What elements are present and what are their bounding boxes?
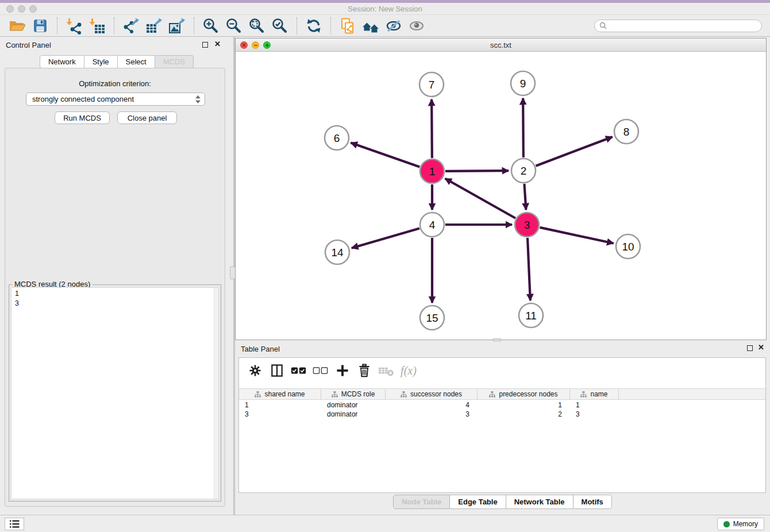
control-panel-tabs: NetworkStyleSelectMCDS — [0, 55, 233, 68]
graph-edge-1-7[interactable] — [432, 99, 432, 158]
graph-node-label-8: 8 — [623, 126, 630, 138]
list-icon — [10, 520, 20, 528]
tab-select[interactable]: Select — [118, 55, 155, 68]
column-header-predecessor-nodes[interactable]: predecessor nodes — [478, 389, 570, 399]
graph-edge-1-6[interactable] — [351, 143, 420, 167]
network-canvas-svg[interactable]: 1234678910111415 — [236, 52, 766, 340]
search-field[interactable] — [594, 20, 762, 32]
result-line: 1 — [15, 289, 215, 299]
hide-selected-icon[interactable] — [384, 17, 403, 35]
table-toolbar: f(x) — [239, 358, 765, 383]
mcds-result-group: MCDS result (2 nodes) 13 — [9, 284, 221, 502]
task-history-button[interactable] — [5, 518, 24, 530]
column-header-shared-name[interactable]: shared name — [239, 389, 321, 399]
table-panel-header: Table Panel ✕ — [235, 344, 770, 355]
table-row[interactable]: 1dominator411 — [239, 400, 765, 410]
search-input[interactable] — [610, 22, 757, 30]
run-mcds-button[interactable]: Run MCDS — [55, 111, 110, 124]
export-network-icon[interactable] — [121, 17, 141, 35]
criterion-dropdown[interactable]: strongly connected component — [26, 92, 205, 106]
graph-edge-3-1[interactable] — [445, 179, 515, 218]
table-panel-close-icon[interactable]: ✕ — [758, 343, 764, 352]
table-cell[interactable]: dominator — [321, 400, 386, 410]
zoom-fit-icon[interactable] — [247, 17, 267, 35]
column-header-label: shared name — [264, 390, 305, 398]
settings-gear-icon[interactable] — [246, 362, 264, 379]
tab-motifs[interactable]: Motifs — [573, 495, 612, 509]
table-cell[interactable]: 3 — [239, 410, 321, 419]
graph-edge-4-14[interactable] — [352, 228, 419, 248]
table-cell[interactable]: 4 — [386, 400, 478, 410]
deselect-all-icon[interactable] — [311, 362, 330, 379]
mcds-panel: Optimization criterion: strongly connect… — [5, 68, 225, 507]
import-network-icon[interactable] — [64, 17, 84, 35]
show-all-icon[interactable] — [407, 17, 426, 35]
network-window-titlebar[interactable]: scc.txt — [236, 38, 766, 52]
graph-edge-3-10[interactable] — [540, 228, 613, 244]
graph-node-label-2: 2 — [521, 165, 527, 177]
column-header-label: name — [590, 390, 607, 398]
memory-button[interactable]: Memory — [717, 518, 764, 530]
zoom-out-icon[interactable] — [224, 17, 244, 35]
select-all-icon[interactable] — [290, 362, 308, 379]
table-cell[interactable]: 1 — [239, 400, 321, 410]
attribute-tree-icon — [401, 391, 407, 398]
tab-style[interactable]: Style — [84, 55, 118, 68]
export-image-icon[interactable] — [167, 17, 187, 35]
import-table-icon[interactable] — [87, 17, 107, 35]
tab-mcds[interactable]: MCDS — [155, 55, 194, 68]
delete-row-icon[interactable] — [355, 362, 374, 379]
graph-edge-1-2[interactable] — [445, 171, 509, 171]
column-header-successor-nodes[interactable]: successor nodes — [386, 389, 478, 399]
graph-edge-3-11[interactable] — [528, 238, 530, 300]
column-header-mcds-role[interactable]: MCDS role — [321, 389, 386, 399]
tab-edge-table[interactable]: Edge Table — [450, 495, 506, 509]
control-panel-close-icon[interactable]: ✕ — [214, 40, 221, 48]
graph-node-label-9: 9 — [520, 78, 526, 90]
memory-label: Memory — [733, 520, 758, 528]
add-row-icon[interactable] — [333, 362, 352, 379]
control-panel-title: Control Panel — [6, 41, 51, 49]
column-header-label: MCDS role — [341, 390, 375, 398]
table-browser-tabs: Node TableEdge TableNetwork TableMotifs — [235, 495, 770, 509]
table-row[interactable]: 3dominator323 — [239, 410, 765, 419]
tab-node-table[interactable]: Node Table — [393, 495, 450, 509]
refresh-icon[interactable] — [304, 17, 324, 35]
horizontal-splitter-grip[interactable] — [493, 338, 501, 341]
export-table-icon[interactable] — [144, 17, 164, 35]
app-title: Session: New Session — [0, 5, 770, 13]
toolbar-separator — [297, 17, 297, 34]
table-cell[interactable]: 3 — [386, 410, 478, 419]
tab-network[interactable]: Network — [40, 55, 84, 68]
apply-layout-icon[interactable] — [361, 17, 380, 35]
attribute-tree-icon — [332, 391, 338, 398]
column-header-name[interactable]: name — [570, 389, 619, 399]
table-cell[interactable]: 1 — [570, 400, 619, 410]
table-cell[interactable]: 1 — [478, 400, 570, 410]
table-column-headers: shared nameMCDS rolesuccessor nodesprede… — [239, 388, 765, 400]
table-cell[interactable]: 3 — [570, 410, 619, 419]
zoom-in-icon[interactable] — [201, 17, 221, 35]
column-header-label: successor nodes — [410, 390, 462, 398]
attribute-tree-icon — [580, 391, 587, 398]
save-session-icon[interactable] — [30, 17, 50, 35]
result-line: 3 — [15, 299, 215, 309]
show-column-icon[interactable] — [268, 362, 286, 379]
new-network-from-selection-icon[interactable] — [338, 17, 357, 35]
mcds-result-lines: 13 — [15, 289, 215, 309]
table-cell[interactable]: 2 — [478, 410, 570, 419]
result-scrollbar[interactable] — [214, 288, 218, 499]
mcds-result-list[interactable]: 13 — [11, 287, 219, 499]
main-toolbar — [0, 15, 770, 37]
control-panel-header: Control Panel ✕ — [0, 40, 233, 51]
graph-edge-2-8[interactable] — [536, 137, 613, 166]
open-file-icon[interactable] — [7, 17, 27, 35]
zoom-selected-icon[interactable] — [270, 17, 290, 35]
graph-edge-2-9[interactable] — [523, 98, 523, 157]
tab-network-table[interactable]: Network Table — [506, 495, 573, 509]
table-panel-float-icon[interactable] — [747, 345, 753, 351]
control-panel-float-icon[interactable] — [202, 42, 208, 48]
close-panel-button[interactable]: Close panel — [117, 111, 177, 124]
table-cell[interactable]: dominator — [321, 410, 386, 419]
graph-edge-2-3[interactable] — [524, 184, 526, 210]
